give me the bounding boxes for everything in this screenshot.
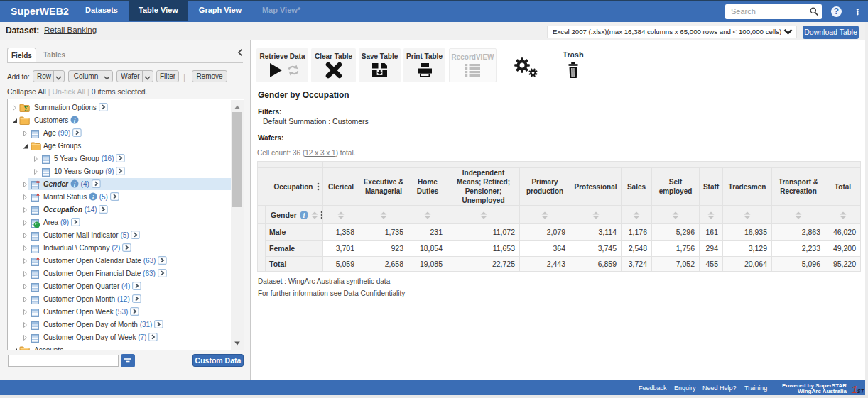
svg-text:Σ: Σ [24,105,29,112]
svg-text:i: i [303,211,305,219]
